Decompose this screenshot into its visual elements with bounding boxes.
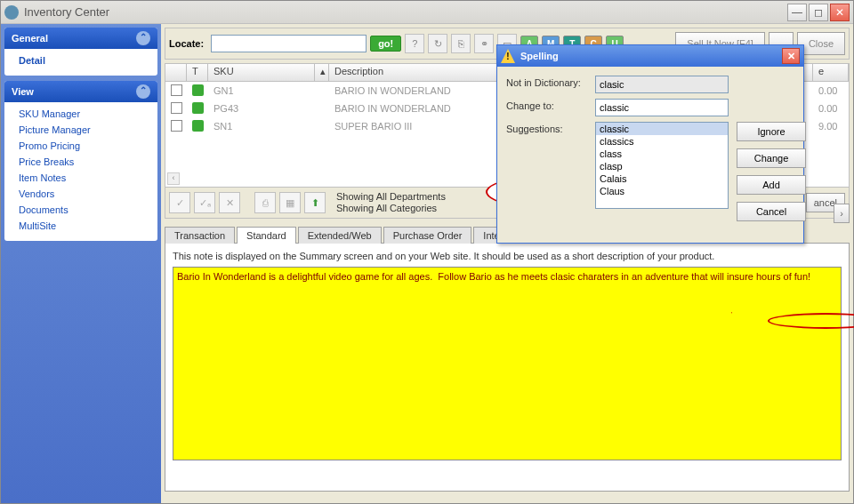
- change-to-label: Change to:: [506, 99, 588, 111]
- cell-sku: GN1: [208, 85, 329, 96]
- tool-icon[interactable]: ⎘: [451, 34, 471, 53]
- app-icon: [4, 5, 19, 20]
- sidebar-item-detail[interactable]: Detail: [4, 52, 157, 68]
- panel-general: General ⌃ Detail: [4, 28, 157, 76]
- spelling-dialog: ! Spelling ✕ Not in Dictionary: Change t…: [496, 44, 804, 244]
- not-in-dict-field: [595, 76, 729, 93]
- locate-label: Locate:: [169, 38, 204, 49]
- showing-dept: Showing All Departments: [336, 191, 446, 203]
- film-icon[interactable]: ▦: [279, 192, 301, 213]
- cell-price: 9.00: [813, 121, 849, 132]
- note-description: This note is displayed on the Summary sc…: [173, 251, 842, 261]
- sidebar-item-multisite[interactable]: MultiSite: [4, 218, 157, 234]
- help-icon[interactable]: ?: [405, 34, 424, 53]
- tab-pane-standard: This note is displayed on the Summary sc…: [165, 243, 850, 492]
- list-item[interactable]: classic: [596, 123, 728, 135]
- not-in-dict-label: Not in Dictionary:: [506, 76, 588, 88]
- sidebar-item-documents[interactable]: Documents: [4, 202, 157, 218]
- up-arrow-icon[interactable]: ⬆: [304, 192, 326, 213]
- locate-input[interactable]: [211, 35, 367, 52]
- scroll-left-icon[interactable]: ‹: [167, 172, 180, 185]
- col-t[interactable]: T: [187, 64, 208, 81]
- sidebar-item-vendors[interactable]: Vendors: [4, 186, 157, 202]
- showing-text: Showing All Departments Showing All Cate…: [336, 191, 446, 214]
- cell-sku: SN1: [208, 121, 329, 132]
- panel-header-general[interactable]: General ⌃: [4, 28, 157, 49]
- add-button[interactable]: Add: [737, 175, 806, 195]
- col-check[interactable]: [165, 64, 187, 81]
- suggestions-label: Suggestions:: [506, 122, 588, 134]
- sidebar-item-sku-manager[interactable]: SKU Manager: [4, 106, 157, 122]
- sort-icon[interactable]: ✓ₐ: [194, 192, 215, 213]
- dialog-title: Spelling: [520, 51, 559, 61]
- status-icon: [192, 84, 204, 96]
- checkbox[interactable]: [171, 120, 182, 132]
- shuffle-icon[interactable]: ✕: [219, 192, 240, 213]
- change-button[interactable]: Change: [737, 148, 806, 168]
- checkbox[interactable]: [171, 102, 182, 114]
- list-item[interactable]: classics: [596, 135, 728, 148]
- warning-icon: !: [501, 49, 515, 63]
- note-textarea[interactable]: [173, 267, 842, 460]
- close-window-button[interactable]: ✕: [830, 4, 850, 21]
- dialog-titlebar: ! Spelling ✕: [497, 45, 803, 67]
- status-icon: [192, 102, 204, 114]
- window-title: Inventory Center: [24, 5, 787, 19]
- maximize-button[interactable]: ◻: [809, 4, 828, 21]
- refresh-icon[interactable]: ↻: [428, 34, 447, 53]
- sidebar: General ⌃ Detail View ⌃ SKU Manager Pict…: [1, 24, 161, 503]
- list-item[interactable]: Claus: [596, 185, 728, 197]
- panel-header-view[interactable]: View ⌃: [4, 81, 157, 102]
- change-to-field[interactable]: [595, 99, 729, 116]
- cell-sku: PG43: [208, 103, 329, 114]
- cancel-button[interactable]: Cancel: [737, 202, 806, 221]
- chevron-up-icon: ⌃: [136, 84, 150, 99]
- tab-purchase-order[interactable]: Purchase Order: [383, 227, 472, 244]
- titlebar: Inventory Center — ◻ ✕: [1, 1, 853, 24]
- col-sort-icon[interactable]: ▴: [315, 64, 329, 81]
- sidebar-item-item-notes[interactable]: Item Notes: [4, 170, 157, 186]
- panel-title: View: [12, 86, 34, 97]
- sidebar-item-promo-pricing[interactable]: Promo Pricing: [4, 138, 157, 154]
- window-controls: — ◻ ✕: [787, 4, 850, 21]
- scroll-right-button[interactable]: ›: [834, 204, 850, 223]
- go-button[interactable]: go!: [370, 36, 401, 52]
- list-item[interactable]: clasp: [596, 160, 728, 172]
- tab-standard[interactable]: Standard: [237, 227, 296, 244]
- panel-title: General: [12, 33, 48, 44]
- print-icon[interactable]: ⎙: [254, 192, 276, 213]
- showing-cat: Showing All Categories: [336, 203, 446, 214]
- sidebar-item-picture-manager[interactable]: Picture Manager: [4, 122, 157, 138]
- tab-transaction[interactable]: Transaction: [165, 227, 235, 244]
- col-e[interactable]: e: [813, 64, 849, 81]
- panel-view: View ⌃ SKU Manager Picture Manager Promo…: [4, 81, 157, 241]
- dialog-close-button[interactable]: ✕: [782, 48, 800, 64]
- minimize-button[interactable]: —: [787, 4, 807, 21]
- check-icon[interactable]: ✓: [169, 192, 190, 213]
- people-icon[interactable]: ⚭: [474, 34, 494, 53]
- cell-price: 0.00: [813, 103, 849, 114]
- checkbox[interactable]: [171, 84, 182, 96]
- ignore-button[interactable]: Ignore: [737, 122, 806, 141]
- status-icon: [192, 120, 204, 132]
- cell-price: 0.00: [813, 85, 849, 96]
- suggestions-list[interactable]: classic classics class clasp Calais Clau…: [595, 122, 729, 209]
- col-sku[interactable]: SKU: [208, 64, 315, 81]
- chevron-up-icon: ⌃: [136, 31, 150, 45]
- tab-extended[interactable]: Extended/Web: [298, 227, 382, 244]
- sidebar-item-price-breaks[interactable]: Price Breaks: [4, 154, 157, 170]
- list-item[interactable]: class: [596, 148, 728, 160]
- list-item[interactable]: Calais: [596, 172, 728, 185]
